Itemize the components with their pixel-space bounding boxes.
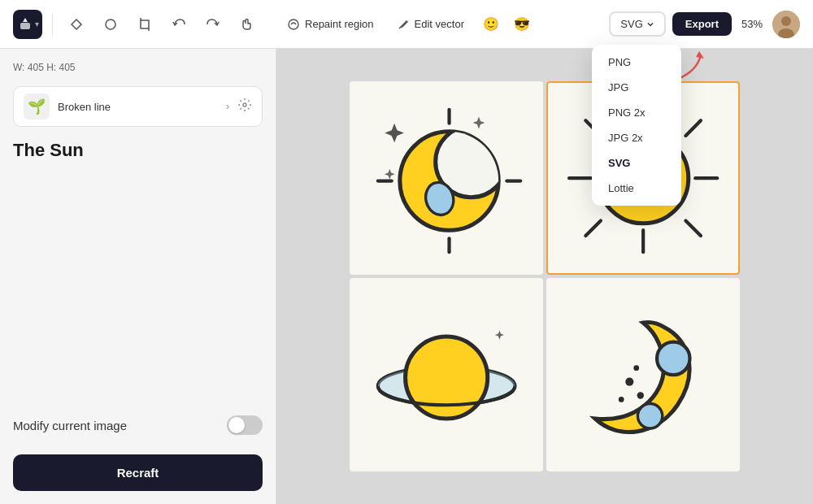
dropdown-svg[interactable]: SVG <box>592 150 681 176</box>
toggle-knob <box>228 417 245 433</box>
svg-point-1 <box>106 20 115 29</box>
crop-tool-btn[interactable] <box>131 11 159 38</box>
style-selector[interactable]: 🌱 Broken line › <box>13 86 263 127</box>
style-icon: 🌱 <box>24 93 50 119</box>
emoji1-btn[interactable]: 🙂 <box>477 11 505 38</box>
svg-point-5 <box>289 20 298 29</box>
svg-dropdown-btn[interactable]: SVG <box>609 11 665 37</box>
export-btn[interactable]: Export <box>672 12 732 36</box>
svg-point-40 <box>619 397 624 402</box>
dimensions-label: W: 405 H: 405 <box>13 62 263 73</box>
undo-btn[interactable] <box>165 11 193 38</box>
repaint-label: Repaint region <box>305 18 374 30</box>
center-tools: Repaint region Edit vector 🙂 😎 <box>277 11 536 38</box>
svg-line-25 <box>685 220 701 236</box>
image-grid <box>350 81 740 471</box>
grid-cell-1[interactable] <box>350 81 543 275</box>
dropdown-lottie[interactable]: Lottie <box>592 176 681 201</box>
canvas-area <box>276 49 813 504</box>
dropdown-jpg[interactable]: JPG <box>592 75 681 100</box>
dropdown-png2x[interactable]: PNG 2x <box>592 100 681 125</box>
export-dropdown: PNG JPG PNG 2x JPG 2x SVG Lottie <box>592 45 681 206</box>
svg-rect-2 <box>141 20 149 28</box>
dropdown-jpg2x[interactable]: JPG 2x <box>592 125 681 150</box>
modify-toggle[interactable] <box>227 415 263 435</box>
edit-vector-btn[interactable]: Edit vector <box>387 13 474 36</box>
style-label: Broken line <box>58 101 218 113</box>
svg-point-41 <box>633 365 639 371</box>
emoji2-btn[interactable]: 😎 <box>508 11 536 38</box>
svg-rect-0 <box>20 23 30 29</box>
edit-vector-label: Edit vector <box>415 18 464 30</box>
svg-line-26 <box>685 120 701 136</box>
svg-label: SVG <box>620 18 642 30</box>
recraft-btn[interactable]: Recraft <box>13 454 263 491</box>
toolbar-right: SVG Export 53% <box>609 11 800 38</box>
image-title: The Sun <box>13 140 263 161</box>
style-chevron-icon: › <box>226 101 229 112</box>
svg-point-7 <box>781 16 791 26</box>
repaint-region-btn[interactable]: Repaint region <box>277 13 384 36</box>
lasso-tool-btn[interactable] <box>63 11 90 38</box>
svg-point-38 <box>625 377 633 385</box>
modify-label: Modify current image <box>13 419 127 432</box>
main-content: W: 405 H: 405 🌱 Broken line › The Sun Mo… <box>0 49 813 504</box>
left-panel: W: 405 H: 405 🌱 Broken line › The Sun Mo… <box>0 49 276 504</box>
hand-tool-btn[interactable] <box>233 11 261 38</box>
modify-row: Modify current image <box>13 415 263 435</box>
dropdown-png[interactable]: PNG <box>592 50 681 75</box>
grid-cell-4[interactable] <box>546 278 740 471</box>
user-avatar[interactable] <box>772 11 800 38</box>
svg-point-37 <box>637 403 662 428</box>
grid-cell-3[interactable] <box>350 278 543 471</box>
divider1 <box>52 13 53 36</box>
toolbar: ▾ <box>0 0 813 49</box>
svg-point-36 <box>657 342 689 375</box>
svg-point-39 <box>637 392 643 398</box>
svg-line-27 <box>585 220 601 236</box>
svg-point-10 <box>243 103 246 106</box>
svg-marker-9 <box>696 51 704 59</box>
style-settings-icon[interactable] <box>237 98 252 115</box>
logo-button[interactable]: ▾ <box>13 10 42 39</box>
zoom-level: 53% <box>738 18 766 30</box>
lasso2-tool-btn[interactable] <box>97 11 124 38</box>
redo-btn[interactable] <box>199 11 227 38</box>
